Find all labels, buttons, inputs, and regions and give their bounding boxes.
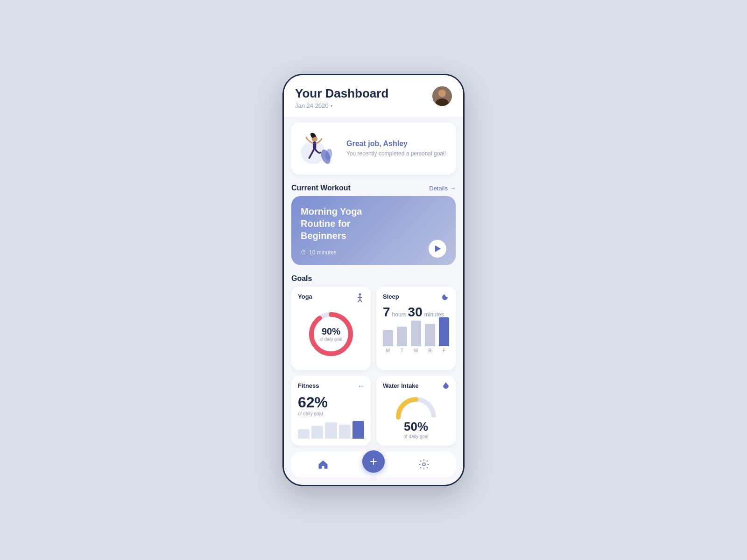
play-icon	[435, 245, 441, 252]
congrats-banner: Great job, Ashley You recently completed…	[291, 122, 456, 175]
yoga-percent: 90%	[320, 326, 342, 337]
phone-frame: Your Dashboard Jan 24 2020 ▾	[282, 74, 465, 486]
header-date[interactable]: Jan 24 2020 ▾	[295, 102, 388, 109]
workout-card[interactable]: Morning Yoga Routine for Beginners ⏱ 10 …	[291, 196, 456, 265]
yoga-sublabel: of daily goal	[320, 337, 342, 343]
sleep-icon	[442, 293, 449, 302]
water-donut-container	[383, 394, 449, 420]
avatar[interactable]	[432, 86, 452, 106]
bar-label-w: W	[414, 348, 418, 353]
fitness-bars	[298, 420, 364, 439]
goals-section-title: Goals	[291, 274, 312, 283]
congrats-text: Great job, Ashley You recently completed…	[346, 140, 446, 158]
water-card[interactable]: Water Intake 50% of daily	[376, 376, 456, 446]
bar-label-t: T	[401, 348, 403, 353]
goals-grid: Yoga 90% of daily	[291, 287, 456, 446]
phone-screen: Your Dashboard Jan 24 2020 ▾	[284, 75, 463, 485]
congrats-title: Great job, Ashley	[346, 140, 446, 148]
yoga-donut-center: 90% of daily goal	[320, 326, 342, 343]
fitness-percent: 62%	[298, 394, 364, 411]
header: Your Dashboard Jan 24 2020 ▾	[284, 75, 463, 117]
svg-point-13	[423, 463, 425, 466]
bar-col-f: F	[439, 317, 449, 353]
yoga-donut-chart: 90% of daily goal	[305, 308, 357, 360]
bar-col-w: W	[411, 321, 421, 353]
fitness-card[interactable]: Fitness ↔ 62% of daily goal	[291, 376, 371, 446]
fab-add-button[interactable]: +	[362, 450, 385, 473]
congrats-subtitle: You recently completed a personal goal!	[346, 150, 446, 158]
home-icon	[317, 459, 329, 470]
sleep-hours: 7	[383, 305, 390, 320]
workout-duration: ⏱ 10 minutes	[301, 249, 446, 256]
yoga-donut-container: 90% of daily goal	[298, 305, 364, 364]
water-icon	[443, 382, 449, 393]
yoga-title: Yoga	[298, 293, 364, 300]
svg-rect-7	[313, 141, 316, 150]
nav-home[interactable]	[317, 459, 329, 470]
bar-col-m: M	[383, 330, 393, 353]
fitness-icon: ↔	[358, 382, 364, 390]
water-title: Water Intake	[383, 382, 449, 389]
arrow-right-icon: →	[450, 185, 456, 192]
water-percent: 50%	[383, 420, 449, 434]
workout-section-header: Current Workout Details →	[284, 180, 463, 196]
yoga-icon	[356, 293, 364, 305]
bar-label-m: M	[386, 348, 390, 353]
bar-w	[411, 321, 421, 346]
sleep-bar-chart: M T W R F	[383, 325, 449, 353]
svg-point-8	[359, 294, 361, 296]
bar-label-f: F	[443, 348, 445, 353]
workout-section-title: Current Workout	[291, 184, 351, 192]
water-svg	[393, 394, 439, 420]
bar-col-t: T	[397, 327, 407, 353]
sleep-card[interactable]: Sleep 7 hours 30 minutes M	[376, 287, 456, 370]
sleep-title: Sleep	[383, 293, 449, 300]
bar-f	[439, 317, 449, 346]
header-left: Your Dashboard Jan 24 2020 ▾	[295, 86, 388, 109]
bar-r	[425, 324, 435, 346]
bar-label-r: R	[428, 348, 431, 353]
fitness-sublabel: of daily goal	[298, 411, 364, 416]
sleep-minutes-label: minutes	[424, 311, 444, 318]
clock-icon: ⏱	[301, 249, 306, 256]
sleep-hours-label: hours	[392, 311, 406, 318]
water-donut	[393, 394, 439, 420]
sleep-minutes: 30	[408, 305, 423, 320]
yoga-card[interactable]: Yoga 90% of daily	[291, 287, 371, 370]
workout-name: Morning Yoga Routine for Beginners	[301, 205, 394, 242]
chevron-down-icon: ▾	[331, 104, 333, 108]
bar-m	[383, 330, 393, 346]
nav-settings[interactable]	[418, 459, 430, 470]
goals-section-header: Goals	[284, 271, 463, 287]
svg-point-1	[438, 90, 446, 97]
fitness-title: Fitness	[298, 382, 364, 389]
bar-col-r: R	[425, 324, 435, 353]
dancer-illustration	[299, 130, 336, 167]
settings-icon	[418, 459, 430, 470]
play-button[interactable]	[429, 240, 446, 258]
bar-t	[397, 327, 407, 346]
details-link[interactable]: Details →	[429, 185, 456, 192]
bottom-nav: +	[291, 451, 456, 477]
congrats-illustration	[299, 130, 341, 167]
page-title: Your Dashboard	[295, 86, 388, 101]
water-sublabel: of daily goal	[383, 434, 449, 439]
